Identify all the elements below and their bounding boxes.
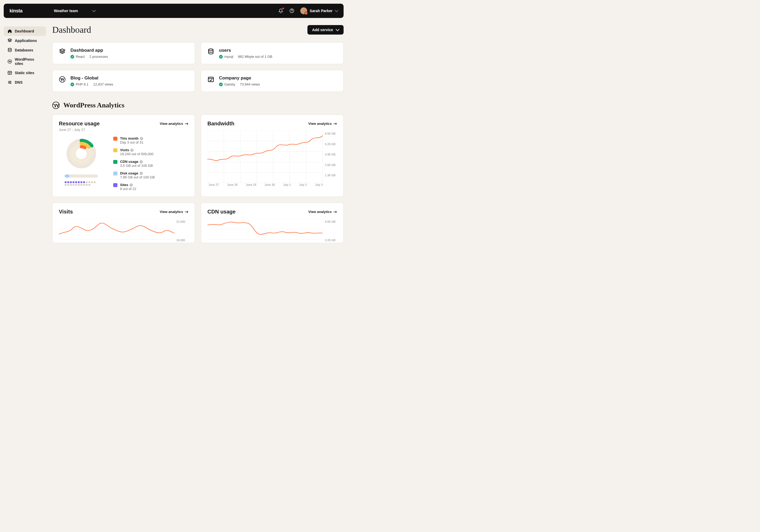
svg-point-9: [209, 49, 213, 51]
legend-label: CDN usage ?: [120, 160, 153, 164]
svg-point-8: [10, 83, 11, 84]
panel-title: Visits: [59, 209, 73, 215]
view-analytics-link[interactable]: View analytics: [160, 210, 188, 214]
help-icon: [290, 9, 294, 13]
axis-label: 1.30 GB: [325, 174, 337, 177]
browser-icon: [208, 76, 214, 83]
axis-label: July 3: [315, 183, 323, 186]
legend-label: Visits ?: [120, 148, 154, 152]
axis-label: 4.00 GB: [325, 220, 337, 223]
avatar: [300, 7, 307, 14]
service-card[interactable]: Blog - GlobalPHP 8.112,437 views: [52, 70, 195, 92]
svg-point-18: [74, 147, 88, 161]
help-icon[interactable]: ?: [130, 149, 133, 152]
help-button[interactable]: [289, 8, 295, 14]
axis-label: 2.60 GB: [325, 163, 337, 167]
sidebar-item-wordpress[interactable]: WordPress sites: [4, 55, 46, 68]
services-grid: Dashboard appReact2 processesusersmysql8…: [52, 42, 344, 92]
main-content: Dashboard Add service Dashboard appReact…: [52, 22, 344, 243]
legend-swatch: [113, 171, 118, 175]
stack-icon: [59, 48, 66, 55]
legend-sub: 3.5 GB out of 100 GB: [120, 164, 153, 168]
visits-chart: [59, 218, 174, 243]
axis-label: July 2: [299, 183, 307, 186]
user-menu[interactable]: Sarah Parker: [300, 7, 338, 14]
topbar: kinsta Weather team Sarah Parker: [4, 4, 344, 18]
resource-legend: This month ?Day 3 out of 31Visits ?18,24…: [113, 136, 188, 191]
panel-title: CDN usage: [208, 209, 236, 215]
service-meta: 12,437 views: [93, 82, 113, 86]
view-analytics-link[interactable]: View analytics: [308, 121, 337, 125]
sites-dots: [65, 181, 98, 186]
notifications-button[interactable]: [278, 8, 283, 14]
legend-swatch: [113, 183, 118, 187]
axis-label: 22,500: [176, 220, 188, 223]
svg-rect-11: [208, 77, 214, 81]
disk-usage-bar: [65, 174, 98, 177]
svg-point-1: [292, 12, 292, 12]
axis-label: June 28: [227, 183, 238, 186]
help-icon[interactable]: ?: [140, 172, 143, 175]
wordpress-icon: [52, 102, 60, 109]
arrow-right-icon: [333, 122, 337, 125]
svg-rect-4: [8, 71, 12, 74]
legend-sub: 7.86 GB out of 100 GB: [120, 175, 155, 179]
arrow-right-icon: [185, 211, 188, 213]
add-service-button[interactable]: Add service: [308, 25, 344, 34]
service-name: Company page: [219, 75, 260, 81]
axis-label: 6.50 GB: [325, 132, 337, 135]
sidebar-item-static[interactable]: Static sites: [4, 68, 46, 77]
sidebar-item-label: Dashboard: [15, 29, 34, 33]
panel-title: Resource usage: [59, 121, 100, 127]
cdn-chart: [208, 218, 323, 243]
service-card[interactable]: Company pageGatsby73.944 views: [201, 70, 344, 92]
database-icon: [7, 48, 12, 53]
analytics-section-title: WordPress Analytics: [63, 101, 124, 109]
view-analytics-link[interactable]: View analytics: [160, 121, 188, 125]
bandwidth-chart: [208, 130, 323, 183]
status-ok-icon: [219, 55, 223, 59]
resource-usage-panel: Resource usage View analytics June 27 - …: [52, 115, 195, 197]
axis-label: June 30: [265, 183, 275, 186]
status-ok-icon: [71, 55, 74, 59]
service-name: Blog - Global: [71, 75, 113, 81]
legend-item: Sites ?8 out of 22: [113, 183, 188, 191]
svg-point-3: [8, 60, 12, 64]
sidebar-item-dns[interactable]: DNS: [4, 77, 46, 87]
database-icon: [208, 48, 214, 55]
service-name: Dashboard app: [71, 48, 108, 53]
sidebar: DashboardApplicationsDatabasesWordPress …: [4, 22, 46, 243]
wordpress-icon: [59, 76, 66, 83]
sidebar-item-dashboard[interactable]: Dashboard: [4, 26, 46, 36]
stack-icon: [7, 38, 12, 43]
team-selector[interactable]: Weather team: [54, 9, 95, 13]
help-icon[interactable]: ?: [140, 160, 143, 163]
axis-label: 5.20 GB: [325, 142, 337, 146]
view-analytics-link[interactable]: View analytics: [308, 210, 337, 214]
bandwidth-panel: Bandwidth View analytics 6.50 GB5.: [201, 115, 344, 197]
panel-title: Bandwidth: [208, 121, 234, 127]
axis-label: 3.20 GB: [325, 239, 337, 242]
service-name: users: [219, 48, 272, 53]
page-title: Dashboard: [52, 25, 91, 35]
sidebar-item-applications[interactable]: Applications: [4, 36, 46, 45]
chevron-down-icon: [92, 9, 96, 12]
sidebar-item-databases[interactable]: Databases: [4, 45, 46, 55]
brand-logo: kinsta: [10, 8, 54, 14]
bell-icon: [278, 9, 283, 13]
chevron-down-icon: [335, 9, 338, 12]
service-card[interactable]: Dashboard appReact2 processes: [52, 42, 195, 64]
axis-label: July 1: [283, 183, 291, 186]
svg-point-7: [9, 82, 10, 83]
bandwidth-x-labels: June 27June 28June 29June 30July 1July 2…: [208, 183, 337, 186]
browser-icon: [7, 71, 12, 75]
help-icon[interactable]: ?: [129, 183, 133, 187]
notification-dot: [282, 8, 284, 9]
sidebar-item-label: WordPress sites: [15, 57, 42, 66]
axis-label: 3.90 GB: [325, 153, 337, 156]
service-card[interactable]: usersmysql862 Mbyte out of 1 GB: [201, 42, 344, 64]
axis-label: June 27: [209, 183, 219, 186]
legend-swatch: [113, 160, 118, 164]
help-icon[interactable]: ?: [140, 137, 143, 140]
home-icon: [7, 29, 12, 33]
